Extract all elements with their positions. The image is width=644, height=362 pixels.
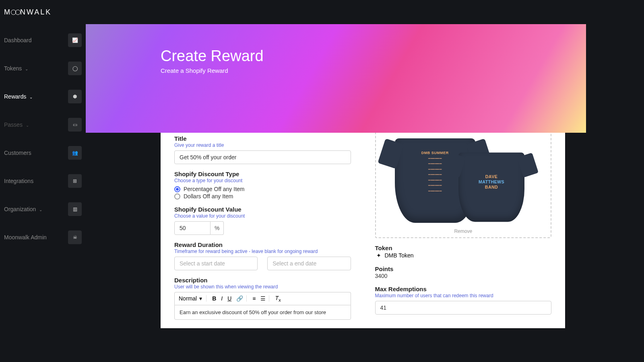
brand-logo: MNWALK — [0, 0, 86, 26]
link-icon[interactable]: 🔗 — [236, 295, 243, 302]
page-subtitle: Create a Shopify Reward — [161, 67, 586, 74]
underline-icon[interactable]: U — [227, 295, 231, 302]
radio-label: Dollars Off any Item — [184, 193, 233, 200]
max-redemptions-input[interactable] — [375, 301, 552, 315]
editor-toolbar: Normal▾ B I U 🔗 ≡ ☰ Tx — [174, 292, 351, 305]
max-redemptions-help: Maximum number of users that can redeem … — [375, 293, 552, 298]
clear-format-icon[interactable]: Tx — [275, 295, 281, 302]
duration-help: Timeframe for reward being active - leav… — [174, 249, 351, 254]
sidebar-item-rewards[interactable]: Rewards ⌄⬢ — [0, 82, 86, 111]
description-label: Description — [174, 277, 351, 284]
discount-type-help: Choose a type for your discount — [174, 178, 351, 183]
format-select[interactable]: Normal▾ — [179, 295, 206, 302]
grid-icon: ⊞ — [68, 174, 82, 188]
token-icon: ✦ — [375, 252, 382, 259]
end-date-input[interactable]: Select a end date — [267, 257, 351, 270]
topbar — [86, 0, 586, 24]
sidebar-item-dashboard[interactable]: Dashboard📈 — [0, 26, 86, 54]
remove-image-button[interactable]: Remove — [379, 228, 548, 234]
points-value: 3400 — [375, 273, 552, 279]
start-date-input[interactable]: Select a start date — [174, 257, 258, 270]
radio-label: Percentage Off any Item — [184, 186, 245, 192]
discount-value-label: Shopify Discount Value — [174, 206, 351, 213]
discount-value-input[interactable] — [174, 221, 211, 235]
italic-icon[interactable]: I — [221, 295, 223, 302]
title-label: Title — [174, 135, 351, 142]
description-editor[interactable]: Earn an exclusive discount of 50% off yo… — [174, 305, 351, 320]
title-help: Give your reward a title — [174, 142, 351, 148]
main-content: Create Reward Create a Shopify Reward Ty… — [86, 0, 586, 328]
chevron-down-icon: ⌄ — [26, 123, 29, 128]
image-dropzone[interactable]: DMB SUMMER━━━━━━━━━━━━━━━━━━━━━━━━━━━━━━… — [375, 130, 552, 238]
page-title: Create Reward — [161, 47, 586, 65]
skull-icon: ☠ — [68, 230, 82, 244]
title-input[interactable] — [174, 150, 351, 164]
people-icon: 👥 — [68, 146, 82, 160]
sidebar-item-organization[interactable]: Organization ⌄▥ — [0, 195, 86, 223]
max-redemptions-label: Max Redemptions — [375, 286, 552, 292]
radio-dollars[interactable]: Dollars Off any Item — [174, 193, 351, 200]
image-preview: DMB SUMMER━━━━━━━━━━━━━━━━━━━━━━━━━━━━━━… — [379, 134, 548, 227]
radio-icon — [174, 186, 180, 192]
token-value: DMB Token — [385, 252, 414, 259]
sidebar-item-passes[interactable]: Passes ⌄▭ — [0, 111, 86, 139]
sidebar: MNWALK Dashboard📈Tokens ⌄◯Rewards ⌄⬢Pass… — [0, 0, 86, 328]
form-card: Type Shopify Discount (DMB Merch Store) … — [161, 104, 565, 328]
building-icon: ▥ — [68, 202, 82, 216]
circle-icon: ◯ — [68, 62, 82, 75]
duration-label: Reward Duration — [174, 241, 351, 248]
token-label: Token — [375, 245, 552, 251]
description-help: User will be shown this when viewing the… — [174, 284, 351, 290]
tshirt-front: DAVEMATTHEWSBAND — [458, 152, 524, 222]
points-label: Points — [375, 265, 552, 272]
card-icon: ▭ — [68, 118, 82, 132]
discount-value-help: Choose a value for your discount — [174, 213, 351, 219]
bullet-list-icon[interactable]: ☰ — [260, 295, 266, 302]
discount-suffix: % — [211, 221, 224, 235]
sidebar-item-customers[interactable]: Customers👥 — [0, 139, 86, 167]
chevron-down-icon: ⌄ — [25, 67, 28, 71]
chevron-down-icon: ⌄ — [39, 208, 42, 212]
discount-type-label: Shopify Discount Type — [174, 171, 351, 177]
hero-banner: Create Reward Create a Shopify Reward — [86, 24, 586, 133]
chevron-down-icon: ⌄ — [29, 95, 33, 99]
bold-icon[interactable]: B — [212, 295, 216, 302]
radio-percentage[interactable]: Percentage Off any Item — [174, 186, 351, 192]
sidebar-item-integrations[interactable]: Integrations⊞ — [0, 167, 86, 195]
ordered-list-icon[interactable]: ≡ — [252, 295, 256, 302]
hex-icon: ⬢ — [68, 90, 82, 103]
radio-icon — [174, 193, 180, 200]
sidebar-item-moonwalk-admin[interactable]: Moonwalk Admin☠ — [0, 223, 86, 251]
chart-icon: 📈 — [68, 33, 82, 47]
sidebar-item-tokens[interactable]: Tokens ⌄◯ — [0, 54, 86, 82]
